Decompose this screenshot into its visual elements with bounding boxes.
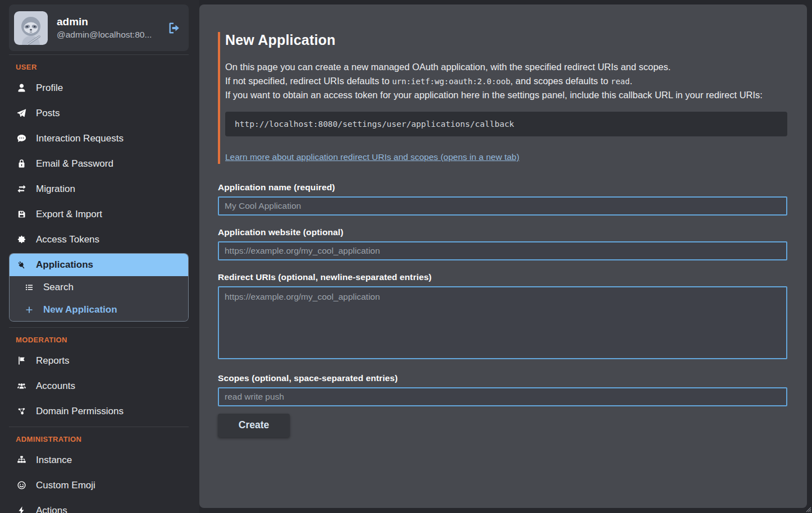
avatar (14, 11, 48, 45)
sidebar-item-interaction-requests[interactable]: Interaction Requests (9, 126, 189, 151)
floppy-disk-icon (17, 209, 26, 219)
sidebar-item-posts[interactable]: Posts (9, 100, 189, 126)
user-icon (17, 83, 26, 93)
sitemap-icon (17, 455, 26, 465)
paper-plane-icon (17, 108, 26, 118)
sidebar-section-user: USERProfilePostsInteraction RequestsEmai… (9, 54, 189, 322)
sidebar-item-migration[interactable]: Migration (9, 176, 189, 201)
section-header-user: USER (9, 60, 189, 75)
sidebar-item-access-tokens[interactable]: Access Tokens (9, 227, 189, 252)
application-name-label: Application name (required) (218, 182, 787, 193)
sidebar-item-domain-permissions[interactable]: Domain Permissions (9, 399, 189, 424)
plus-icon (25, 305, 34, 314)
sidebar-item-label: Reports (36, 355, 70, 367)
bolt-icon (17, 506, 26, 513)
settings-sidebar: admin @admin@localhost:80... USERProfile… (0, 0, 199, 513)
application-name-input[interactable] (218, 196, 787, 216)
sidebar-item-export-import[interactable]: Export & Import (9, 201, 189, 227)
sidebar-item-label: Accounts (36, 381, 75, 392)
new-application-form: Application name (required) Application … (218, 182, 787, 437)
sidebar-item-applications[interactable]: Applications (10, 254, 188, 276)
redirect-uris-label: Redirect URIs (optional, newline-separat… (218, 272, 787, 282)
lock-icon (17, 159, 26, 168)
redirect-uris-field-group: Redirect URIs (optional, newline-separat… (218, 272, 787, 361)
intro-line-2: If not specified, redirect URIs defaults… (225, 74, 787, 89)
create-button[interactable]: Create (218, 414, 290, 437)
plug-icon (17, 260, 26, 270)
sidebar-item-label: Export & Import (36, 209, 102, 220)
inline-code-read: read (611, 77, 630, 86)
sidebar-item-label: Interaction Requests (36, 133, 124, 144)
circle-nodes-icon (17, 406, 26, 416)
new-application-panel: New Application On this page you can cre… (199, 4, 807, 508)
smile-icon (17, 480, 26, 490)
scopes-label: Scopes (optional, space-separated entrie… (218, 373, 787, 383)
sidebar-item-label: Profile (36, 83, 63, 94)
sidebar-item-label: Actions (36, 505, 67, 513)
scopes-input[interactable] (218, 387, 787, 406)
intro-block: New Application On this page you can cre… (218, 32, 787, 164)
sign-out-icon (167, 21, 181, 35)
flag-icon (17, 356, 26, 365)
section-header-administration: ADMINISTRATION (9, 432, 189, 447)
users-icon (17, 381, 26, 391)
sidebar-item-label: Custom Emoji (36, 480, 95, 491)
logout-button[interactable] (167, 21, 181, 35)
sidebar-item-label: Search (43, 282, 74, 293)
sidebar-nav: USERProfilePostsInteraction RequestsEmai… (9, 54, 189, 513)
sidebar-group-applications: ApplicationsSearchNew Application (9, 253, 189, 322)
list-icon (25, 283, 34, 292)
sidebar-item-label: Email & Password (36, 158, 113, 170)
exchange-icon (17, 184, 26, 194)
user-card: admin @admin@localhost:80... (9, 4, 189, 51)
inline-code-oob: urn:ietf:wg:oauth:2.0:oob (392, 77, 510, 86)
section-header-moderation: MODERATION (9, 333, 189, 348)
sidebar-item-custom-emoji[interactable]: Custom Emoji (9, 473, 189, 498)
sidebar-item-label: Migration (36, 184, 75, 195)
intro-text: On this page you can create a new manage… (225, 60, 787, 102)
redirect-uris-textarea[interactable] (218, 286, 787, 359)
sidebar-item-reports[interactable]: Reports (9, 348, 189, 373)
sidebar-section-moderation: MODERATIONReportsAccountsDomain Permissi… (9, 327, 189, 424)
application-website-input[interactable] (218, 241, 787, 260)
sloth-avatar-image (14, 11, 48, 45)
callback-url-code-block: http://localhost:8080/settings/user/appl… (225, 112, 787, 136)
sidebar-item-profile[interactable]: Profile (9, 75, 189, 100)
user-handle: @admin@localhost:80... (57, 29, 163, 41)
intro-line-3: If you want to obtain an access token fo… (225, 88, 787, 102)
application-name-field-group: Application name (required) (218, 182, 787, 216)
sidebar-item-label: Posts (36, 108, 60, 119)
window-resize-grip[interactable] (805, 506, 811, 512)
sidebar-item-actions[interactable]: Actions (9, 498, 189, 513)
sidebar-item-email-password[interactable]: Email & Password (9, 151, 189, 176)
certificate-icon (17, 235, 26, 244)
sidebar-section-administration: ADMINISTRATIONInstanceCustom EmojiAction… (9, 427, 189, 513)
intro-line-1: On this page you can create a new manage… (225, 60, 787, 74)
sidebar-item-search[interactable]: Search (10, 276, 188, 299)
sidebar-item-new-application[interactable]: New Application (10, 299, 188, 321)
username: admin (57, 15, 163, 29)
comment-dots-icon (17, 134, 26, 143)
sidebar-item-accounts[interactable]: Accounts (9, 373, 189, 399)
sidebar-item-label: Instance (36, 455, 72, 466)
learn-more-link[interactable]: Learn more about application redirect UR… (225, 152, 519, 162)
scopes-field-group: Scopes (optional, space-separated entrie… (218, 373, 787, 406)
page-title: New Application (225, 32, 787, 48)
sidebar-item-instance[interactable]: Instance (9, 447, 189, 473)
application-website-label: Application website (optional) (218, 227, 787, 237)
sidebar-item-label: New Application (43, 304, 117, 315)
sidebar-item-label: Applications (36, 259, 93, 271)
sidebar-item-label: Domain Permissions (36, 406, 124, 417)
sidebar-item-label: Access Tokens (36, 234, 99, 245)
application-website-field-group: Application website (optional) (218, 227, 787, 260)
